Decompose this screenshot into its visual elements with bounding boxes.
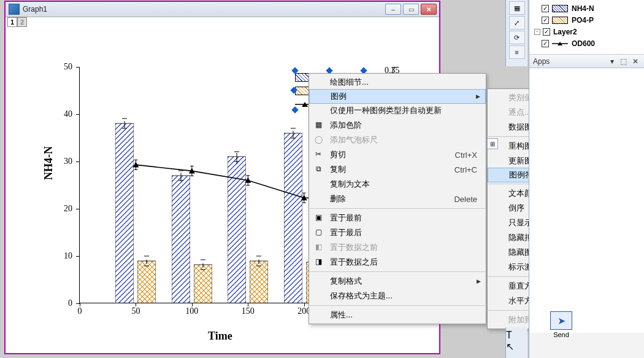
menu-item[interactable]: 复制Ctrl+C⧉ [309,162,486,177]
app-slot-label: Send [546,331,576,338]
tree-row[interactable]: −✓Layer2 [531,26,643,37]
checkbox-icon[interactable]: ✓ [542,5,549,12]
menu-item[interactable]: 绘图细节... [309,75,486,90]
side-toolbar-bottom: T ↖ [505,327,527,358]
side-toolbar: ▦ ⤢ ⟳ ≡ [505,0,527,66]
series-symbol [552,5,568,12]
tool-run-icon[interactable]: ⟳ [509,31,525,44]
menu-label: 图例 [331,91,347,102]
y-tick: 50 [64,62,72,72]
menu-label: 逐点... [508,107,531,118]
tool-text-icon[interactable]: T [506,330,527,341]
tree-label: PO4-P [572,16,594,25]
back-icon: ▢ [313,228,324,238]
menu-label: 绘图细节... [330,77,369,88]
menu-item: 添加气泡标尺◯ [309,133,486,147]
right-panel: ✓NH4-N✓PO4-P−✓Layer2✓OD600 Apps ▾ ⬚ ✕ ➤ … [529,0,644,358]
close-button[interactable]: ✕ [421,4,437,15]
x-tick: 50 [131,306,140,316]
menu-shortcut: Ctrl+C [454,165,477,174]
y-tick: 10 [64,251,72,261]
tool-cursor-icon[interactable]: ↖ [506,341,527,352]
menu-label: 删除 [330,193,346,204]
object-tree[interactable]: ✓NH4-N✓PO4-P−✓Layer2✓OD600 [529,0,644,55]
y-tick: 0 [68,298,72,308]
menu-label: 置于数据之前 [330,242,378,253]
tree-label: NH4-N [572,4,594,13]
window-title: Graph1 [23,5,385,14]
tool-graph-icon[interactable]: ▦ [509,1,525,15]
menu-label: 复制 [330,164,346,175]
bubble-icon: ◯ [313,135,324,145]
window-titlebar[interactable]: Graph1 – ▭ ✕ [6,2,439,17]
window-icon [9,4,20,15]
menu-item[interactable]: 置于最前▣ [309,211,486,225]
menu-shortcut: Delete [454,195,477,204]
y-tick: 40 [64,109,72,119]
tree-row[interactable]: ✓OD600 [531,37,643,49]
series-symbol [552,40,568,47]
before-icon: ◧ [313,243,324,252]
x-tick: 0 [78,306,82,316]
menu-label: 置于数据之后 [330,257,378,268]
menu-item[interactable]: 仅使用一种图例类型并自动更新 [309,103,486,118]
tool-list-icon[interactable]: ≡ [509,45,525,59]
x-axis-label[interactable]: Time [208,330,232,343]
menu-item: 置于数据之前◧ [309,240,486,255]
menu-item[interactable]: 保存格式为主题... [309,289,486,303]
apps-title: Apps [533,57,550,66]
menu-item[interactable]: 属性... [309,308,486,322]
checkbox-icon[interactable]: ✓ [543,28,550,36]
menu-label: 复制格式 [330,276,362,287]
menu-shortcut: Ctrl+X [455,150,477,160]
menu-item[interactable]: 剪切Ctrl+X✂ [309,147,486,162]
x-tick: 150 [242,306,255,316]
menu-label: 保存格式为主题... [330,290,393,302]
tree-label: OD600 [572,39,595,48]
menu-item[interactable]: 置于最后▢ [309,225,486,240]
y-tick: 30 [64,157,72,166]
menu-label: 添加气泡标尺 [330,134,378,146]
y-tick: 20 [64,204,72,214]
apps-panel-body: ➤ Send [529,68,644,333]
layer-tab-1[interactable]: 1 [7,17,17,27]
menu-item[interactable]: 删除Delete [309,192,486,206]
front-icon: ▣ [313,213,324,223]
panel-controls[interactable]: ▾ ⬚ ✕ [610,57,640,66]
maximize-button[interactable]: ▭ [403,4,419,15]
series-symbol [552,17,568,24]
menu-label: 仅使用一种图例类型并自动更新 [330,105,442,116]
y-axis-label[interactable]: NH4-N [42,146,55,180]
menu-item[interactable]: 复制为文本 [309,177,486,192]
checkbox-icon[interactable]: ✓ [542,17,549,24]
menu-label: 剪切 [330,149,346,160]
menu-label: 置于最前 [330,212,362,224]
tree-label: Layer2 [553,28,577,36]
menu-label: 复制为文本 [330,179,370,190]
layer-tab-2[interactable]: 2 [17,17,27,27]
menu-label: 倒序 [508,203,524,214]
menu-label: 属性... [330,309,353,321]
tree-row[interactable]: ✓PO4-P [531,14,643,26]
copy-icon: ⧉ [313,165,324,174]
after-icon: ◨ [313,257,324,267]
layer-tabs: 1 2 [6,17,439,28]
cut-icon: ✂ [313,150,324,160]
x-tick: 100 [185,306,198,316]
checkbox-icon[interactable]: ✓ [542,40,549,47]
palette-icon: ▦ [313,120,324,130]
menu-item[interactable]: 置于数据之后◨ [309,255,486,270]
reconstruct-legend-icon[interactable]: ⊞ [487,138,498,149]
menu-label: 置于最后 [330,227,362,238]
app-slot-send[interactable]: ➤ Send [546,311,576,338]
tree-row[interactable]: ✓NH4-N [531,2,643,14]
menu-item[interactable]: 复制格式 [309,274,486,289]
minimize-button[interactable]: – [385,4,401,15]
context-menu: 绘图细节...图例仅使用一种图例类型并自动更新添加色阶▦添加气泡标尺◯剪切Ctr… [309,73,486,324]
menu-item[interactable]: 添加色阶▦ [309,118,486,133]
menu-label: 添加色阶 [330,120,362,131]
send-icon: ➤ [550,311,572,330]
apps-panel-header[interactable]: Apps ▾ ⬚ ✕ [529,55,644,68]
menu-item[interactable]: 图例 [309,89,486,104]
tool-zoom-icon[interactable]: ⤢ [509,16,525,29]
